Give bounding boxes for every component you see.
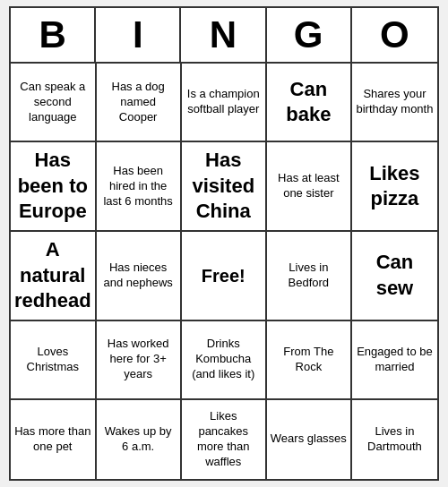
bingo-cell-3[interactable]: Can bake: [267, 64, 352, 142]
bingo-cell-23[interactable]: Wears glasses: [267, 400, 352, 479]
bingo-letter-o: O: [352, 8, 437, 62]
bingo-cell-19[interactable]: Engaged to be married: [352, 321, 437, 400]
bingo-cell-18[interactable]: From The Rock: [267, 321, 352, 400]
bingo-cell-7[interactable]: Has visited China: [182, 142, 267, 232]
bingo-card: BINGO Can speak a second languageHas a d…: [9, 6, 439, 481]
bingo-letter-i: I: [96, 8, 181, 62]
bingo-cell-9[interactable]: Likes pizza: [352, 142, 437, 232]
bingo-letter-n: N: [181, 8, 266, 62]
bingo-cell-0[interactable]: Can speak a second language: [11, 64, 97, 142]
bingo-cell-15[interactable]: Loves Christmas: [11, 321, 97, 400]
bingo-cell-8[interactable]: Has at least one sister: [267, 142, 352, 232]
bingo-cell-21[interactable]: Wakes up by 6 a.m.: [97, 400, 182, 479]
bingo-cell-5[interactable]: Has been to Europe: [11, 142, 97, 232]
bingo-header: BINGO: [11, 8, 437, 64]
bingo-cell-2[interactable]: Is a champion softball player: [182, 64, 267, 142]
bingo-cell-22[interactable]: Likes pancakes more than waffles: [182, 400, 267, 479]
bingo-cell-1[interactable]: Has a dog named Cooper: [97, 64, 182, 142]
bingo-cell-14[interactable]: Can sew: [352, 232, 437, 321]
bingo-letter-g: G: [267, 8, 352, 62]
bingo-grid: Can speak a second languageHas a dog nam…: [11, 64, 437, 479]
bingo-cell-20[interactable]: Has more than one pet: [11, 400, 97, 479]
bingo-cell-17[interactable]: Drinks Kombucha (and likes it): [182, 321, 267, 400]
bingo-cell-11[interactable]: Has nieces and nephews: [97, 232, 182, 321]
bingo-cell-12[interactable]: Free!: [182, 232, 267, 321]
bingo-cell-16[interactable]: Has worked here for 3+ years: [97, 321, 182, 400]
bingo-cell-4[interactable]: Shares your birthday month: [352, 64, 437, 142]
bingo-letter-b: B: [11, 8, 96, 62]
bingo-cell-6[interactable]: Has been hired in the last 6 months: [97, 142, 182, 232]
bingo-cell-10[interactable]: A natural redhead: [11, 232, 97, 321]
bingo-cell-24[interactable]: Lives in Dartmouth: [352, 400, 437, 479]
bingo-cell-13[interactable]: Lives in Bedford: [267, 232, 352, 321]
